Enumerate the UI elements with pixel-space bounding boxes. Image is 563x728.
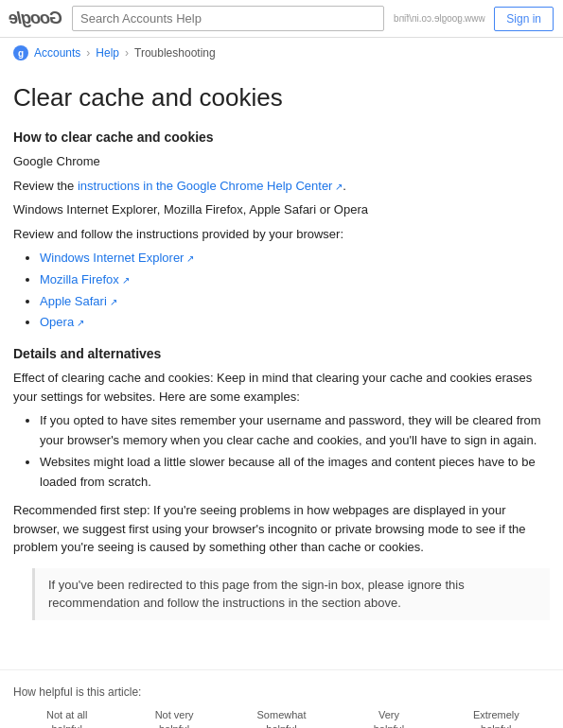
- effect-paragraph: Effect of clearing cache and cookies: Ke…: [13, 369, 550, 406]
- note-box: If you've been redirected to this page f…: [32, 568, 550, 620]
- list-item: Websites might load a little slower beca…: [40, 453, 550, 493]
- other-browsers-instructions: Review and follow the instructions provi…: [13, 225, 550, 244]
- effects-list: If you opted to have sites remember your…: [40, 411, 550, 492]
- search-input[interactable]: [72, 6, 384, 31]
- breadcrumb-accounts[interactable]: Accounts: [34, 46, 80, 60]
- rating-section: How helpful is this article: Not at all …: [0, 669, 563, 728]
- rating-very[interactable]: Very helpful: [335, 708, 442, 728]
- rating-line2: helpful: [159, 723, 189, 728]
- other-browsers-label: Windows Internet Explorer, Mozilla Firef…: [13, 200, 550, 219]
- rating-line2: helpful: [266, 723, 296, 728]
- firefox-link[interactable]: Mozilla Firefox: [40, 272, 130, 286]
- ie-link[interactable]: Windows Internet Explorer: [40, 251, 194, 265]
- safari-link[interactable]: Apple Safari: [40, 294, 117, 308]
- recommended-step-paragraph: Recommended first step: If you're seeing…: [13, 501, 550, 557]
- rating-not-very[interactable]: Not very helpful: [120, 708, 227, 728]
- rating-line2: helpful: [374, 723, 404, 728]
- header-url: www.google.co.in/find: [394, 13, 485, 24]
- rating-somewhat[interactable]: Somewhat helpful: [228, 708, 335, 728]
- rating-line1: Very: [378, 709, 399, 720]
- chrome-instructions: Review the instructions in the Google Ch…: [13, 177, 550, 196]
- rating-line2: helpful: [51, 723, 81, 728]
- sign-in-button[interactable]: Sign in: [494, 7, 554, 31]
- breadcrumb: g Accounts › Help › Troubleshooting: [0, 38, 563, 68]
- rating-extremely[interactable]: Extremely helpful: [443, 708, 550, 728]
- section-2-heading: Details and alternatives: [13, 346, 550, 361]
- browser-list: Windows Internet Explorer Mozilla Firefo…: [40, 249, 550, 333]
- list-item: Opera: [40, 313, 550, 333]
- chrome-label: Google Chrome: [13, 152, 550, 171]
- page-title: Clear cache and cookies: [13, 83, 550, 113]
- breadcrumb-current: Troubleshooting: [134, 46, 216, 60]
- breadcrumb-sep-2: ›: [125, 46, 129, 60]
- rating-options: Not at all helpful Not very helpful Some…: [13, 708, 550, 728]
- main-content: Clear cache and cookies How to clear cac…: [0, 68, 563, 650]
- list-item: Apple Safari: [40, 292, 550, 312]
- section-1-heading: How to clear cache and cookies: [13, 130, 550, 145]
- breadcrumb-sep-1: ›: [86, 46, 90, 60]
- list-item: Mozilla Firefox: [40, 270, 550, 290]
- rating-line1: Somewhat: [257, 709, 307, 720]
- rating-line1: Not very: [155, 709, 194, 720]
- rating-label: How helpful is this article:: [13, 684, 550, 701]
- header: Google www.google.co.in/find Sign in: [0, 0, 563, 38]
- chrome-help-link[interactable]: instructions in the Google Chrome Help C…: [78, 179, 343, 193]
- rating-not-at-all[interactable]: Not at all helpful: [13, 708, 120, 728]
- accounts-icon: g: [13, 45, 28, 61]
- rating-line2: helpful: [481, 723, 511, 728]
- rating-line1: Extremely: [473, 709, 519, 720]
- list-item: If you opted to have sites remember your…: [40, 411, 550, 451]
- breadcrumb-help[interactable]: Help: [96, 46, 119, 60]
- header-logo: Google: [9, 9, 62, 28]
- rating-line1: Not at all: [46, 709, 87, 720]
- list-item: Windows Internet Explorer: [40, 249, 550, 269]
- opera-link[interactable]: Opera: [40, 315, 84, 329]
- note-text: If you've been redirected to this page f…: [48, 578, 465, 611]
